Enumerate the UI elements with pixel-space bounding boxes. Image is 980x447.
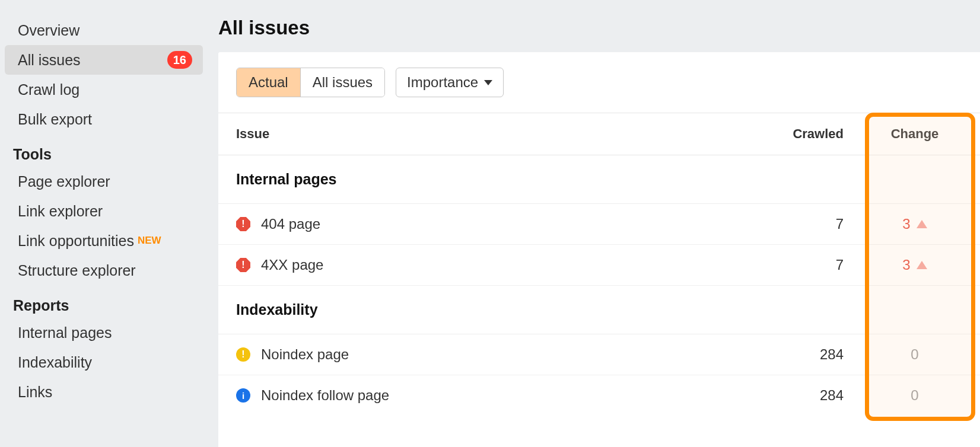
issues-panel: Actual All issues Importance Issue Crawl…: [218, 52, 980, 447]
sidebar-item-indexability[interactable]: Indexability: [5, 347, 203, 377]
issues-count-badge: 16: [167, 51, 192, 69]
table-header: Issue Crawled Change: [218, 113, 980, 155]
th-change: Change: [844, 126, 962, 142]
th-issue: Issue: [236, 126, 737, 142]
issue-name: Noindex follow page: [261, 387, 389, 404]
sidebar-item-label: Page explorer: [18, 173, 110, 190]
view-all-issues-button[interactable]: All issues: [301, 68, 384, 97]
change-value: 0: [844, 346, 962, 363]
table-row[interactable]: ! 4XX page 7 3: [218, 245, 980, 286]
th-crawled: Crawled: [737, 126, 844, 142]
group-header-indexability: Indexability: [218, 286, 980, 334]
toolbar: Actual All issues Importance: [218, 52, 980, 113]
chevron-down-icon: [484, 80, 492, 85]
sidebar-section-reports: Reports: [0, 285, 208, 318]
issues-table: Issue Crawled Change Internal pages ! 40…: [218, 113, 980, 416]
crawled-value: 7: [737, 216, 844, 232]
sidebar-item-links[interactable]: Links: [5, 377, 203, 407]
sidebar-item-link-opportunities[interactable]: Link opportunities NEW: [5, 226, 203, 256]
error-icon: !: [236, 217, 250, 231]
warning-icon: !: [236, 347, 250, 362]
change-value: 3: [844, 257, 962, 273]
sidebar-item-internal-pages[interactable]: Internal pages: [5, 318, 203, 347]
trend-up-icon: [917, 261, 927, 269]
main-content: All issues Actual All issues Importance …: [208, 0, 980, 447]
sidebar-item-all-issues[interactable]: All issues 16: [5, 45, 203, 75]
crawled-value: 7: [737, 257, 844, 273]
sidebar-item-bulk-export[interactable]: Bulk export: [5, 104, 203, 134]
group-title: Internal pages: [236, 171, 737, 188]
sidebar-item-label: All issues: [18, 52, 81, 69]
issues-table-wrap: Issue Crawled Change Internal pages ! 40…: [218, 113, 980, 416]
sidebar-item-structure-explorer[interactable]: Structure explorer: [5, 256, 203, 285]
sidebar-item-label: Bulk export: [18, 111, 92, 128]
group-header-internal-pages: Internal pages: [218, 155, 980, 204]
group-title: Indexability: [236, 301, 737, 318]
issue-name: 404 page: [261, 216, 320, 232]
sidebar-item-page-explorer[interactable]: Page explorer: [5, 167, 203, 196]
sidebar-item-label: Link explorer: [18, 203, 103, 220]
page-title: All issues: [218, 17, 980, 39]
table-row[interactable]: i Noindex follow page 284 0: [218, 375, 980, 416]
sidebar-item-label: Internal pages: [18, 324, 112, 341]
sidebar: Overview All issues 16 Crawl log Bulk ex…: [0, 0, 208, 447]
error-icon: !: [236, 258, 250, 272]
sidebar-item-label: Links: [18, 384, 52, 401]
trend-up-icon: [917, 220, 927, 228]
sidebar-item-label: Link opportunities: [18, 232, 134, 250]
dropdown-label: Importance: [407, 74, 478, 91]
view-actual-button[interactable]: Actual: [237, 68, 301, 97]
new-tag: NEW: [138, 235, 161, 247]
change-value: 3: [844, 216, 962, 232]
table-row[interactable]: ! Noindex page 284 0: [218, 334, 980, 375]
sidebar-item-label: Overview: [18, 22, 79, 39]
sidebar-item-link-explorer[interactable]: Link explorer: [5, 196, 203, 226]
change-value: 0: [844, 387, 962, 404]
sidebar-item-label: Indexability: [18, 354, 92, 371]
issue-name: Noindex page: [261, 346, 349, 363]
sidebar-section-tools: Tools: [0, 134, 208, 167]
table-row[interactable]: ! 404 page 7 3: [218, 204, 980, 245]
sidebar-item-label: Crawl log: [18, 81, 79, 98]
importance-dropdown[interactable]: Importance: [396, 68, 504, 97]
crawled-value: 284: [737, 387, 844, 404]
sidebar-item-label: Structure explorer: [18, 262, 136, 279]
crawled-value: 284: [737, 346, 844, 363]
sidebar-item-overview[interactable]: Overview: [5, 15, 203, 45]
view-toggle: Actual All issues: [236, 68, 385, 97]
sidebar-item-crawl-log[interactable]: Crawl log: [5, 75, 203, 104]
info-icon: i: [236, 388, 250, 403]
issue-name: 4XX page: [261, 257, 323, 273]
